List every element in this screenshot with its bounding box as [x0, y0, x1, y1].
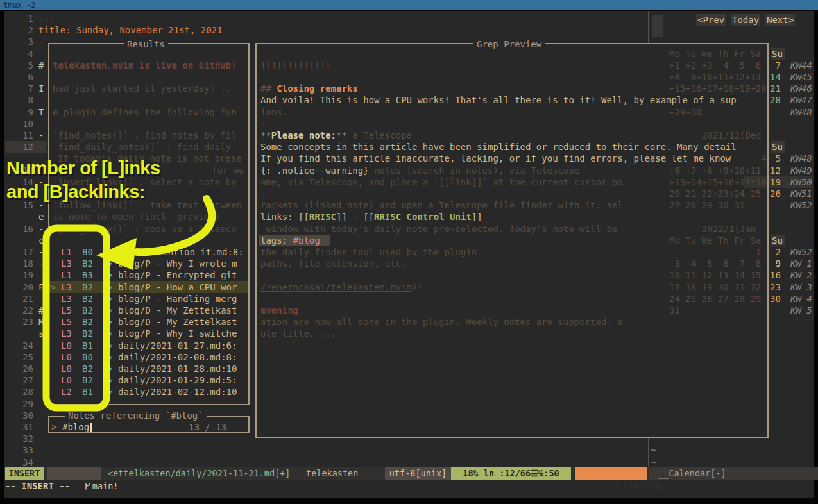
preview-line: ]]	[472, 211, 482, 223]
calendar-date[interactable]: 28	[770, 94, 781, 106]
calendar-date[interactable]: 21	[770, 83, 781, 94]
calendar-dim-row: +6 +7 +8 +9+10+11	[669, 165, 761, 176]
calendar-week-number: KW47	[790, 94, 812, 106]
results-dim-buffer-text: telekasten.nvim is live on GitHub!	[53, 60, 237, 71]
line-number: 3	[22, 36, 33, 47]
preview-line: paths, file extension, etc.	[260, 258, 407, 269]
annotation-line1: Number of [L]inks	[6, 158, 160, 179]
results-panel-title: Results	[124, 38, 168, 50]
calendar-week-number: KW 1	[790, 258, 812, 269]
calendar-date[interactable]: 5	[770, 153, 781, 164]
result-row[interactable]: daily/2021-02-12.md:10	[118, 386, 237, 398]
calendar-date[interactable]: 7	[770, 60, 781, 71]
calendar-dim-row: 31	[669, 305, 680, 316]
line-number: 22	[22, 305, 33, 316]
down-arrow-icon: ▼	[108, 259, 112, 271]
line-number: 5	[22, 60, 33, 71]
calendar-next-button[interactable]: Next>	[765, 14, 795, 26]
calendar-week-number: KW48	[790, 153, 812, 164]
line-number: 6	[22, 71, 33, 83]
result-row[interactable]: blog/D - My Zettelkast	[118, 316, 237, 328]
line-number: 18	[22, 258, 33, 269]
preview-line: evening	[260, 305, 298, 316]
line-number: 21	[22, 293, 33, 305]
preview-line: #blog	[293, 235, 320, 246]
calendar-week-number: KW48	[790, 106, 812, 118]
calendar-date[interactable]: 16	[770, 269, 781, 281]
calendar-cursor-box	[652, 15, 663, 37]
line-number: 4	[22, 48, 33, 60]
line-number: 33	[22, 444, 33, 456]
links-count: L2	[61, 386, 72, 398]
result-row[interactable]: daily/2021-02-08.md:8:	[118, 351, 237, 363]
line-number: 17	[22, 246, 33, 258]
calendar-dim-row: 4	[756, 153, 767, 164]
preview-line: And voila! This is how a CPU works! That…	[260, 94, 737, 106]
result-row[interactable]: i mention it.md:8:	[146, 246, 244, 258]
result-row[interactable]: blog/P - Handling merg	[118, 293, 237, 305]
calendar-today-button[interactable]: Today	[731, 14, 760, 26]
links-count: L0	[61, 363, 72, 374]
preview-line: a Telescope	[347, 130, 412, 141]
buffer-char: -	[38, 246, 44, 258]
result-row[interactable]: daily/2021-01-27.md:6:	[118, 340, 237, 351]
result-row[interactable]: daily/2021-01-28.md:10	[118, 363, 237, 374]
calendar-date[interactable]: 26	[770, 188, 781, 199]
prompt-border-left	[48, 416, 49, 433]
calendar-dim-row: 8	[750, 258, 761, 269]
preview-line: **	[260, 130, 271, 141]
window-separator	[648, 438, 649, 467]
line-number: 12	[22, 141, 33, 153]
results-dim-buffer-text: `goto_today()` : pops up a Telesco	[53, 223, 237, 235]
down-arrow-icon: ▼	[108, 317, 112, 329]
links-count: L1	[61, 269, 72, 281]
result-row[interactable]: blog/D - My Zettelkast	[118, 305, 237, 316]
calendar-sunday-header: Su	[772, 48, 783, 60]
preview-line: **	[336, 130, 347, 141]
preview-border-left	[255, 43, 257, 438]
calendar-prev-button[interactable]: <Prev	[696, 14, 726, 26]
calendar-date[interactable]: 9	[770, 258, 781, 269]
tab-segment[interactable]: ☰[16]tra…	[575, 467, 647, 480]
results-dim-buffer-text: `find_daily_notes()` : find daily	[53, 141, 231, 153]
results-border-bottom	[48, 404, 250, 405]
git-branch-segment: main!	[47, 467, 101, 480]
calendar-date[interactable]: 12	[770, 165, 781, 176]
links-count: L0	[61, 351, 72, 363]
down-arrow-icon: ▼	[108, 248, 112, 259]
links-count: L3	[61, 328, 72, 339]
preview-line: ame, via Telescope, and place a `[[link]…	[260, 176, 623, 188]
git-branch-icon	[84, 482, 91, 491]
encoding-segment: utf-8[unix]	[385, 467, 451, 480]
buffer-char: -	[38, 36, 44, 47]
line-number: 26	[22, 363, 33, 374]
calendar-date[interactable]: 19	[770, 176, 781, 188]
calendar-date[interactable]: 2	[770, 246, 781, 258]
buffer-char: F	[38, 281, 44, 293]
result-row[interactable]: blog/P - How a CPU wor	[118, 281, 237, 293]
result-row[interactable]: blog/P - Encrypted git	[118, 269, 237, 281]
backlinks-count: B2	[82, 328, 93, 339]
calendar-date[interactable]: 30	[770, 293, 781, 305]
line-number: 28	[22, 386, 33, 398]
buffer-char: -	[38, 130, 44, 141]
calendar-week-number: KW50	[790, 176, 812, 188]
results-dim-buffer-text: had just started it yesterday! ...	[53, 83, 237, 94]
calendar-date[interactable]: 23	[770, 281, 781, 293]
buffer-line: title: Sunday, November 21st, 2021	[38, 24, 223, 36]
backlinks-count: B2	[82, 281, 93, 293]
result-row[interactable]: daily/2021-01-29.md:5:	[118, 374, 237, 386]
calendar-week-number: KW46	[790, 83, 812, 94]
calendar-dim-row: ~	[651, 444, 656, 456]
buffer-char: #	[38, 305, 44, 316]
result-row[interactable]: blog/P - Why I wrote m	[118, 258, 237, 269]
down-arrow-icon: ▼	[108, 353, 112, 364]
backlinks-count: B0	[82, 351, 93, 363]
result-row[interactable]: blog/P - Why I switche	[118, 328, 237, 339]
calendar-date[interactable]: 14	[770, 71, 781, 83]
search-input[interactable]: #blog	[62, 421, 89, 433]
down-arrow-icon: ▼	[108, 329, 112, 340]
backlinks-count: B0	[82, 246, 93, 258]
calendar-week-number: KW 4	[790, 293, 812, 305]
preview-line: /renerocksai/telekasten.nvim	[260, 281, 412, 293]
